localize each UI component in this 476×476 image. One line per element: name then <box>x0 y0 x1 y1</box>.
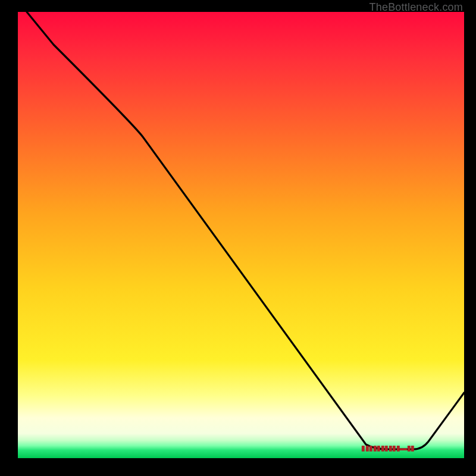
chart-frame: TheBottleneck.com ▮▮▮▮▮▮▮▮▮▮▬▮▮ <box>0 0 476 476</box>
plot-area <box>18 12 464 458</box>
watermark-text: TheBottleneck.com <box>369 1 463 14</box>
bottleneck-curve <box>18 12 464 458</box>
x-axis-annotation: ▮▮▮▮▮▮▮▮▮▮▬▮▮ <box>361 444 415 452</box>
